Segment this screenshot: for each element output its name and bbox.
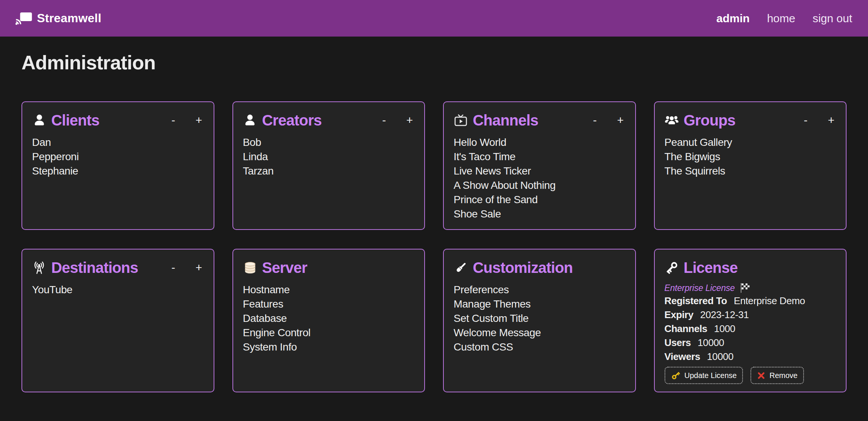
checkered-flag-icon <box>739 282 750 294</box>
list-item[interactable]: Engine Control <box>243 326 415 340</box>
card-destinations: Destinations - + YouTube <box>21 249 214 392</box>
license-row-label: Channels <box>665 323 708 334</box>
list-item[interactable]: Dan <box>32 135 204 150</box>
license-row-value: 10000 <box>707 351 734 362</box>
nav-sign-out[interactable]: sign out <box>813 12 852 25</box>
license-row-label: Viewers <box>665 351 700 362</box>
top-nav-links: admin home sign out <box>717 12 852 25</box>
card-license: License Enterprise License Registered To… <box>654 249 847 392</box>
card-title: Creators <box>262 112 322 129</box>
database-icon <box>243 259 257 276</box>
nav-home[interactable]: home <box>767 12 795 25</box>
license-row: Viewers10000 <box>665 350 836 364</box>
list-item[interactable]: Tarzan <box>243 164 415 178</box>
groups-add-button[interactable]: + <box>828 115 834 126</box>
card-title: License <box>684 259 738 276</box>
channels-remove-button[interactable]: - <box>593 115 597 126</box>
list-item[interactable]: It's Taco Time <box>454 150 625 164</box>
admin-cards-grid: Clients - + Dan Pepperoni Stephanie Crea… <box>21 101 847 392</box>
list-item[interactable]: System Info <box>243 340 415 354</box>
gold-key-icon <box>671 370 681 380</box>
license-row: Expiry2023-12-31 <box>665 308 836 322</box>
update-license-label: Update License <box>685 371 737 380</box>
license-row-value: 1000 <box>714 323 735 334</box>
nav-admin[interactable]: admin <box>717 12 750 25</box>
card-title: Destinations <box>51 259 138 276</box>
remove-license-button[interactable]: Remove <box>750 367 804 384</box>
brand[interactable]: Streamwell <box>15 11 101 25</box>
clients-add-button[interactable]: + <box>196 115 202 126</box>
list-item[interactable]: Welcome Message <box>454 326 625 340</box>
list-item[interactable]: Custom CSS <box>454 340 625 354</box>
license-type-text: Enterprise License <box>665 283 735 293</box>
list-item[interactable]: Live News Ticker <box>454 164 625 178</box>
list-item[interactable]: Prince of the Sand <box>454 193 625 207</box>
card-groups: Groups - + Peanut Gallery The Bigwigs Th… <box>654 101 847 230</box>
people-icon <box>665 112 679 129</box>
list-item[interactable]: Pepperoni <box>32 150 204 164</box>
destinations-add-button[interactable]: + <box>196 262 202 273</box>
top-navbar: Streamwell admin home sign out <box>0 0 868 37</box>
license-row-value: 2023-12-31 <box>700 309 749 320</box>
card-title: Server <box>262 259 307 276</box>
card-title: Clients <box>51 112 99 129</box>
remove-license-label: Remove <box>769 371 797 380</box>
key-icon <box>665 259 679 276</box>
broadcast-tower-icon <box>32 259 46 276</box>
update-license-button[interactable]: Update License <box>665 367 743 384</box>
destinations-remove-button[interactable]: - <box>171 262 175 273</box>
page-title: Administration <box>21 51 868 74</box>
list-item[interactable]: Stephanie <box>32 164 204 178</box>
card-title: Channels <box>473 112 538 129</box>
list-item[interactable]: Hello World <box>454 135 625 150</box>
license-row: Channels1000 <box>665 322 836 336</box>
person-icon <box>32 112 46 129</box>
list-item[interactable]: Set Custom Title <box>454 311 625 326</box>
license-row-value: 10000 <box>698 337 724 348</box>
license-row-label: Expiry <box>665 309 694 320</box>
card-customization: Customization Preferences Manage Themes … <box>443 249 636 392</box>
list-item[interactable]: Hostname <box>243 283 415 297</box>
list-item[interactable]: Linda <box>243 150 415 164</box>
creators-add-button[interactable]: + <box>406 115 413 126</box>
license-row: Registered ToEnterprise Demo <box>665 294 836 308</box>
list-item[interactable]: Database <box>243 311 415 326</box>
list-item[interactable]: Peanut Gallery <box>665 135 836 150</box>
red-x-icon <box>757 371 766 380</box>
paintbrush-icon <box>454 259 468 276</box>
license-row-label: Users <box>665 337 691 348</box>
list-item[interactable]: Preferences <box>454 283 625 297</box>
list-item[interactable]: The Bigwigs <box>665 150 836 164</box>
clients-remove-button[interactable]: - <box>171 115 175 126</box>
cast-icon <box>15 12 32 25</box>
brand-name: Streamwell <box>37 11 101 25</box>
list-item[interactable]: Shoe Sale <box>454 207 625 221</box>
list-item[interactable]: The Squirrels <box>665 164 836 178</box>
list-item[interactable]: YouTube <box>32 283 204 297</box>
list-item[interactable]: Manage Themes <box>454 297 625 311</box>
card-title: Customization <box>473 259 573 276</box>
creators-remove-button[interactable]: - <box>382 115 386 126</box>
list-item[interactable]: A Show About Nothing <box>454 178 625 193</box>
card-creators: Creators - + Bob Linda Tarzan <box>232 101 425 230</box>
list-item[interactable]: Features <box>243 297 415 311</box>
card-channels: Channels - + Hello World It's Taco Time … <box>443 101 636 230</box>
card-server: Server Hostname Features Database Engine… <box>232 249 425 392</box>
tv-icon <box>454 112 468 129</box>
person-icon <box>243 112 257 129</box>
card-title: Groups <box>684 112 735 129</box>
channels-add-button[interactable]: + <box>617 115 624 126</box>
list-item[interactable]: Bob <box>243 135 415 150</box>
license-row-label: Registered To <box>665 295 727 306</box>
card-clients: Clients - + Dan Pepperoni Stephanie <box>21 101 214 230</box>
license-row-value: Enterprise Demo <box>734 295 805 306</box>
groups-remove-button[interactable]: - <box>804 115 807 126</box>
license-row: Users10000 <box>665 336 836 350</box>
